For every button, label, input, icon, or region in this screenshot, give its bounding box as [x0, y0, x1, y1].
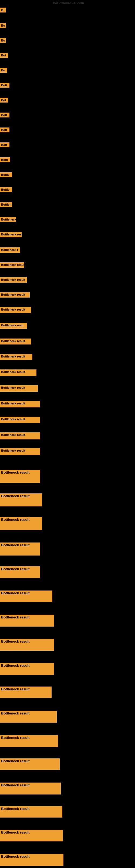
- bottleneck-item-3[interactable]: Bo: [0, 38, 6, 43]
- bottleneck-item-21[interactable]: Bottleneck result: [0, 307, 31, 313]
- bottleneck-item-7[interactable]: Bot: [0, 98, 8, 102]
- bottleneck-item-18[interactable]: Bottleneck result: [0, 262, 24, 268]
- bottleneck-item-4[interactable]: Bot: [0, 53, 8, 58]
- bottleneck-item-38[interactable]: Bottleneck result: [0, 639, 54, 651]
- bottleneck-item-5[interactable]: Bo: [0, 68, 7, 73]
- bottleneck-item-35[interactable]: Bottleneck result: [0, 566, 40, 578]
- bottleneck-item-2[interactable]: Bo: [0, 23, 6, 28]
- bottleneck-item-36[interactable]: Bottleneck result: [0, 590, 52, 602]
- bottleneck-item-42[interactable]: Bottleneck result: [0, 735, 58, 747]
- bottleneck-item-34[interactable]: Bottleneck result: [0, 542, 40, 556]
- bottleneck-item-17[interactable]: Bottleneck r: [0, 247, 20, 253]
- bottleneck-item-6[interactable]: Bott: [0, 83, 9, 88]
- site-title: TheBottlenecker.com: [51, 1, 84, 5]
- bottleneck-item-16[interactable]: Bottleneck resu: [0, 232, 21, 237]
- bottleneck-item-33[interactable]: Bottleneck result: [0, 517, 42, 530]
- bottleneck-item-1[interactable]: B: [0, 8, 6, 12]
- bottleneck-item-39[interactable]: Bottleneck result: [0, 663, 54, 675]
- bottleneck-item-30[interactable]: Bottleneck result: [0, 448, 40, 455]
- bottleneck-item-44[interactable]: Bottleneck result: [0, 782, 61, 795]
- bottleneck-item-28[interactable]: Bottleneck result: [0, 416, 40, 423]
- bottleneck-item-15[interactable]: Bottleneck: [0, 217, 16, 222]
- bottleneck-item-10[interactable]: Bott: [0, 143, 9, 147]
- bottleneck-item-45[interactable]: Bottleneck result: [0, 806, 62, 817]
- bottleneck-item-40[interactable]: Bottleneck result: [0, 686, 52, 698]
- bottleneck-item-25[interactable]: Bottleneck result: [0, 369, 37, 376]
- bottleneck-item-19[interactable]: Bottleneck result: [0, 277, 27, 283]
- bottleneck-item-32[interactable]: Bottleneck result: [0, 493, 42, 506]
- bottleneck-item-24[interactable]: Bottleneck result: [0, 354, 32, 360]
- bottleneck-item-14[interactable]: Bottlen: [0, 202, 12, 207]
- bottleneck-item-29[interactable]: Bottleneck result: [0, 432, 40, 439]
- bottleneck-item-31[interactable]: Bottleneck result: [0, 470, 40, 483]
- bottleneck-item-41[interactable]: Bottleneck result: [0, 711, 57, 723]
- bottleneck-item-22[interactable]: Bottleneck resu: [0, 323, 27, 329]
- bottleneck-item-37[interactable]: Bottleneck result: [0, 615, 54, 627]
- bottleneck-item-27[interactable]: Bottleneck result: [0, 401, 40, 407]
- bottleneck-item-8[interactable]: Bott: [0, 113, 9, 118]
- bottleneck-item-26[interactable]: Bottleneck result: [0, 385, 38, 392]
- bottleneck-item-20[interactable]: Bottleneck result: [0, 292, 30, 298]
- bottleneck-item-23[interactable]: Bottleneck result: [0, 339, 31, 344]
- bottleneck-item-46[interactable]: Bottleneck result: [0, 830, 63, 841]
- bottleneck-item-13[interactable]: Bottle: [0, 187, 12, 192]
- bottleneck-item-47[interactable]: Bottleneck result: [0, 854, 63, 866]
- bottleneck-item-9[interactable]: Bott: [0, 127, 9, 132]
- bottleneck-item-43[interactable]: Bottleneck result: [0, 758, 60, 770]
- bottleneck-item-12[interactable]: Bottle: [0, 172, 12, 177]
- bottleneck-item-11[interactable]: Bottl: [0, 157, 10, 162]
